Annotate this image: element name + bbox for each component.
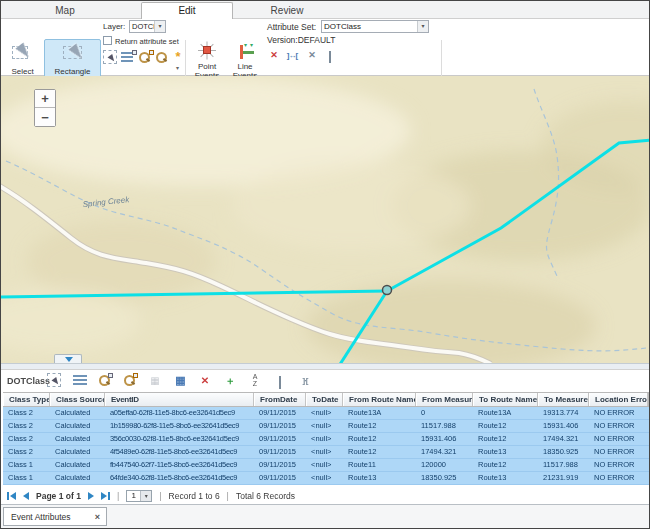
tab-map[interactable]: Map [31,3,99,19]
panel-collapse-button[interactable] [54,354,82,363]
table-cell: 120000 [416,459,473,471]
layer-dropdown[interactable]: DOTClass ▾ [129,20,166,33]
table-cell: NO ERROR [589,446,649,458]
table-cell: Route13A [343,407,416,419]
table-cell: <null> [306,420,343,432]
table-cell: 09/11/2015 [254,446,306,458]
zoom-out-button[interactable]: − [35,108,55,126]
table-cell: 17494.321 [416,446,473,458]
event-attributes-tab-label: Event Attributes [4,512,95,522]
event-window-icon[interactable] [323,49,337,63]
total-records-text: Total 6 Records [236,491,295,501]
tab-edit[interactable]: Edit [141,2,233,20]
add-record-icon[interactable]: ＋ [222,373,238,389]
table-cell: <null> [306,407,343,419]
delete-event-icon[interactable]: ✕ [267,49,281,63]
table-cell: 15931.406 [538,420,589,432]
tab-review[interactable]: Review [251,3,323,19]
column-header[interactable]: FromDate [254,393,306,406]
table-cell: Route12 [343,420,416,432]
column-header[interactable]: Class Type [3,393,50,406]
table-cell: 18350.925 [538,446,589,458]
pager-divider: | [159,491,161,501]
previous-page-button[interactable] [23,492,29,500]
column-header[interactable]: EventID [105,393,254,406]
table-cell: Calculated [50,472,105,484]
ribbon-tab-bar: Map Edit Review [1,1,649,19]
map-viewport[interactable]: Spring Creek + − [1,76,649,363]
column-header[interactable]: To Route Name [473,393,538,406]
measure-range-icon[interactable]: ]·[ [297,373,313,389]
table-cell: Route12 [473,459,538,471]
save-edits-icon[interactable]: ▦ [147,373,163,389]
table-cell: Route13 [473,446,538,458]
zoom-to-record-icon[interactable] [97,373,113,389]
column-header[interactable]: From Route Name [343,393,416,406]
attribute-set-dropdown-caret-icon[interactable]: ▾ [417,21,428,32]
select-by-box-icon[interactable] [103,50,117,64]
delete-record-icon[interactable]: ✕ [197,373,213,389]
attribute-table-body: Class 2Calculateda05effa0-62f8-11e5-8bc6… [3,407,649,485]
page-number-dropdown[interactable]: 1 ▾ [126,490,152,502]
column-header[interactable]: From Measure [416,393,473,406]
selection-tools-caret-icon[interactable]: ▾ [176,64,179,71]
table-cell: 19313.774 [538,407,589,419]
table-cell: 11517.988 [538,459,589,471]
zoom-in-button[interactable]: + [35,90,55,108]
table-cell: <null> [306,446,343,458]
table-row[interactable]: Class 2Calculated356c0030-62f8-11e5-8bc6… [3,433,649,446]
column-header[interactable]: To Measure [538,393,589,406]
next-page-button[interactable] [88,492,94,500]
flash-selection-icon[interactable]: * [171,50,185,64]
select-records-icon[interactable] [47,373,61,387]
event-grid-window-icon[interactable] [341,49,355,63]
table-row[interactable]: Class 2Calculated4f5489e0-62f8-11e5-8bc6… [3,446,649,459]
table-cell: Calculated [50,407,105,419]
return-attribute-set-checkbox[interactable] [103,36,112,45]
table-cell: Route12 [343,433,416,445]
close-tab-icon[interactable]: × [95,512,106,522]
split-event-icon[interactable]: ✕ [305,49,319,63]
table-cell: <null> [306,433,343,445]
table-cell: Calculated [50,459,105,471]
tab-event-attributes[interactable]: Event Attributes × [3,507,107,526]
table-cell: Class 2 [3,420,50,432]
column-header[interactable]: ToDate [306,393,343,406]
table-row[interactable]: Class 2Calculateda05effa0-62f8-11e5-8bc6… [3,407,649,420]
column-header[interactable]: Class Source [50,393,105,406]
return-attribute-set-label: Return attribute set [115,37,179,46]
table-row[interactable]: Class 1Calculatedfb447540-62f7-11e5-8bc6… [3,459,649,472]
page-count-text: Page 1 of 1 [36,491,81,501]
attribute-table-toolbar: DOTClass ▦ ▦ ✕ ＋ AZ ]·[ [1,370,649,392]
point-events-icon [197,42,217,61]
table-row[interactable]: Class 1Calculated64fde340-62f8-11e5-8bc6… [3,472,649,485]
attribute-form-icon[interactable] [272,373,288,389]
table-cell: Route12 [473,433,538,445]
route-junction-marker[interactable] [383,286,392,295]
bottom-tab-bar: Event Attributes × [1,504,649,529]
layer-dropdown-caret-icon[interactable]: ▾ [154,21,165,32]
table-cell: Class 1 [3,472,50,484]
table-cell: Class 1 [3,459,50,471]
select-cursor-icon [10,42,36,66]
attribute-set-label: Attribute Set: [267,22,316,32]
last-page-button[interactable] [101,492,110,500]
attribute-table-header[interactable]: Class TypeClass SourceEventIDFromDateToD… [3,392,649,407]
sort-records-icon[interactable]: AZ [247,373,263,389]
first-page-button[interactable] [7,492,16,500]
table-cell: NO ERROR [589,433,649,445]
switch-table-icon[interactable]: ▦ [172,373,188,389]
trim-event-icon[interactable]: ]↔[ [285,49,299,63]
page-number-caret-icon[interactable]: ▾ [140,491,151,501]
table-cell: 09/11/2015 [254,472,306,484]
layer-label: Layer: [103,22,125,31]
attribute-set-dropdown[interactable]: DOTClass ▾ [321,20,429,33]
map-table-splitter[interactable] [1,363,649,370]
table-cell: 4f5489e0-62f8-11e5-8bc6-ee32641d5ec9 [105,446,254,458]
table-row[interactable]: Class 2Calculated1b159980-62f8-11e5-8bc6… [3,420,649,433]
show-selected-icon[interactable] [72,373,88,389]
column-header[interactable]: Location Error [589,393,648,406]
pager-divider: | [117,491,119,501]
table-cell: 356c0030-62f8-11e5-8bc6-ee32641d5ec9 [105,433,254,445]
pan-to-record-icon[interactable] [122,373,138,389]
